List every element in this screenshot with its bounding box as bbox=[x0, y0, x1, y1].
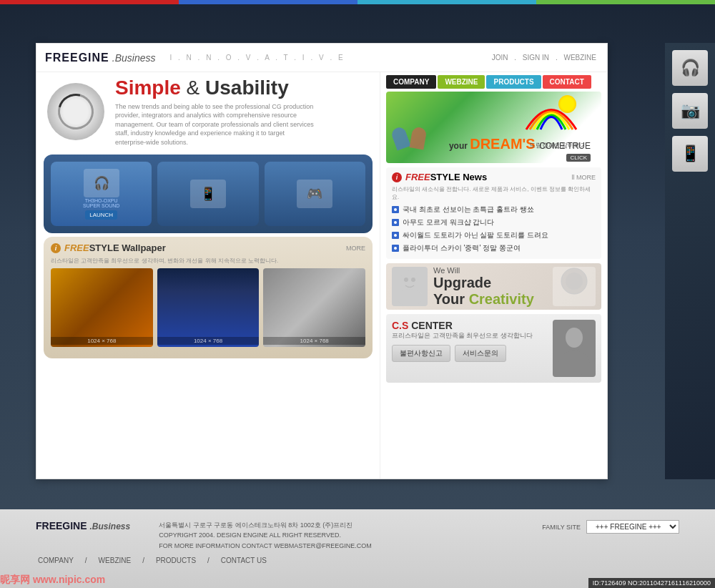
tab-company[interactable]: COMPANY bbox=[386, 75, 436, 89]
news-item-1[interactable]: 국내 최초로 선보이는 초특급 홀트라 쌩쑈 bbox=[392, 203, 596, 216]
person-svg bbox=[555, 322, 594, 376]
footer-address-line2: COPYRIGHT 2004. DESIGN ENGINE ALL RIGHT … bbox=[159, 530, 372, 540]
hero-title: Simple & Usability bbox=[115, 77, 315, 99]
logo-text: FREEGINE bbox=[45, 52, 109, 64]
footer-logo-italic: .Business bbox=[89, 521, 130, 531]
banner-click-button[interactable]: CLICK bbox=[566, 154, 591, 162]
wallpaper-more-link[interactable]: MORE bbox=[346, 245, 365, 252]
upgrade-main-text: Upgrade Your Creativity bbox=[433, 275, 547, 308]
footer-nav-products[interactable]: PRODUCTS bbox=[156, 557, 196, 564]
product-icon-2: 📱 bbox=[190, 180, 226, 208]
header-join-link[interactable]: JOIN bbox=[492, 54, 508, 62]
wp-size-3: 1024 × 768 bbox=[263, 337, 365, 345]
news-text-4: 플라이투더 스카이 '중력' 정말 쫑군여 bbox=[403, 243, 521, 253]
wp-size-1: 1024 × 768 bbox=[51, 337, 153, 345]
svg-point-1 bbox=[397, 289, 423, 305]
footer-nav: COMPANY / WEBZINE / PRODUCTS / CONTACT U… bbox=[36, 557, 679, 564]
footer-nav-sep2: / bbox=[142, 557, 144, 564]
banner-figures bbox=[393, 127, 425, 149]
left-column: Simple & Usability The new trends and be… bbox=[36, 72, 380, 479]
sidebar-icon-phone[interactable]: 📱 bbox=[672, 136, 708, 172]
news-item-3[interactable]: 싸이월드 도토리가 아닌 실팔 도토리를 드려요 bbox=[392, 229, 596, 242]
upgrade-svg bbox=[553, 267, 596, 306]
news-more-link[interactable]: ll MORE bbox=[572, 174, 596, 181]
wallpaper-image-3[interactable]: 1024 × 768 bbox=[263, 268, 365, 347]
top-bar-cyan bbox=[358, 0, 536, 4]
news-item-2[interactable]: 아무도 모르게 워크샵 갑니다 bbox=[392, 216, 596, 229]
footer-family-site: FAMILY SITE +++ FREEGINE +++ bbox=[542, 520, 679, 534]
site-header: FREEGINE .Business I . N . N . O . V . A… bbox=[36, 44, 607, 72]
news-text-2: 아무도 모르게 워크샵 갑니다 bbox=[403, 217, 494, 227]
figure-2 bbox=[410, 126, 428, 150]
wallpaper-image-2[interactable]: 1024 × 768 bbox=[157, 268, 260, 347]
product-icon-3: 🎮 bbox=[297, 180, 332, 208]
footer-address: 서울특별시 구로구 구로동 에이스테크노타워 8차 1002호 (주)프리진 C… bbox=[159, 520, 372, 551]
news-bullet-1 bbox=[392, 206, 399, 213]
wallpaper-icon: i bbox=[51, 243, 61, 253]
upgrade-section: We Will Upgrade Your Creativity bbox=[386, 263, 601, 310]
product-icon-1: 🎧 bbox=[84, 169, 119, 197]
wallpaper-image-1[interactable]: 1024 × 768 bbox=[51, 268, 153, 347]
news-bullet-4 bbox=[392, 245, 399, 252]
news-subtitle: 리스타일의 새소식을 전합니다. 새로운 제품과 서비스, 이벤트 정보를 확인… bbox=[392, 185, 596, 201]
footer-nav-company[interactable]: COMPANY bbox=[38, 557, 74, 564]
footer-address-line3: FOR MORE INFORMATION CONTACT WEBMASTER@F… bbox=[159, 541, 372, 551]
id-bar: ID:7126409 NO:20110427161116210000 bbox=[588, 578, 715, 588]
header-webzine-link[interactable]: WEBZINE bbox=[563, 54, 596, 62]
hero-section: Simple & Usability The new trends and be… bbox=[36, 72, 380, 151]
news-free: FREE bbox=[405, 172, 430, 182]
sidebar-icon-camera[interactable]: 📷 bbox=[672, 93, 708, 129]
content-area: Simple & Usability The new trends and be… bbox=[36, 72, 607, 479]
svg-point-5 bbox=[566, 273, 583, 290]
header-signin-link[interactable]: SIGN IN bbox=[523, 54, 549, 62]
right-column: COMPANY WEBZINE PRODUCTS CONTACT bbox=[380, 72, 607, 479]
upgrade-upgrade: Upgrade bbox=[433, 275, 491, 290]
footer-address-line1: 서울특별시 구로구 구로동 에이스테크노타워 8차 1002호 (주)프리진 bbox=[159, 520, 372, 530]
product-launch-label: LAUNCH bbox=[85, 210, 117, 220]
cs-text: C.S CENTER 프리스타일은 고객만족을 최우선으로 생각합니다 불편사항… bbox=[392, 320, 547, 362]
cs-service-button[interactable]: 서비스문의 bbox=[455, 345, 506, 362]
wallpaper-header: i FREESTYLE Wallpaper MORE bbox=[51, 242, 365, 253]
news-section: i FREESTYLE News ll MORE 리스타일의 새소식을 전합니다… bbox=[386, 167, 601, 259]
logo-italic: .Business bbox=[112, 52, 156, 64]
cs-buttons: 불편사항신고 서비스문의 bbox=[392, 345, 547, 362]
product-sublabel-1: TH3HO-OXPUSUPER SOUND bbox=[83, 198, 119, 208]
right-sidebar: 🎧 📷 📱 bbox=[665, 43, 715, 479]
hero-logo-circle bbox=[47, 83, 104, 140]
upgrade-face-image bbox=[392, 267, 428, 306]
news-bullet-3 bbox=[392, 232, 399, 239]
wallpaper-title: FREESTYLE Wallpaper bbox=[64, 242, 166, 253]
tab-contact[interactable]: CONTACT bbox=[543, 75, 591, 89]
footer-logo-text: FREEGINE bbox=[36, 520, 87, 531]
news-text-1: 국내 최초로 선보이는 초특급 홀트라 쌩쑈 bbox=[403, 205, 534, 215]
hero-text: Simple & Usability The new trends and be… bbox=[115, 77, 315, 147]
sidebar-icon-headphones[interactable]: 🎧 bbox=[672, 50, 708, 86]
svg-point-3 bbox=[411, 278, 415, 282]
news-items-list: 국내 최초로 선보이는 초특급 홀트라 쌩쑈 아무도 모르게 워크샵 갑니다 싸… bbox=[392, 203, 596, 255]
footer: FREEGINE .Business 서울특별시 구로구 구로동 에이스테크노타… bbox=[0, 509, 715, 588]
footer-family-select[interactable]: +++ FREEGINE +++ bbox=[586, 520, 679, 534]
news-item-4[interactable]: 플라이투더 스카이 '중력' 정말 쫑군여 bbox=[392, 242, 596, 255]
upgrade-we-will: We Will bbox=[433, 266, 547, 275]
banner-subtitle: 드림캠페인참아하기 bbox=[529, 141, 587, 150]
main-container: FREEGINE .Business I . N . N . O . V . A… bbox=[36, 43, 608, 479]
header-separator: . bbox=[514, 54, 518, 62]
footer-nav-sep1: / bbox=[85, 557, 87, 564]
footer-logo: FREEGINE .Business bbox=[36, 520, 130, 531]
tab-products[interactable]: PRODUCTS bbox=[486, 75, 541, 89]
news-bullet-2 bbox=[392, 219, 399, 226]
tab-webzine[interactable]: WEBZINE bbox=[438, 75, 485, 89]
hero-description: The new trends and being able to see the… bbox=[115, 102, 315, 147]
footer-nav-contact[interactable]: CONTACT US bbox=[221, 557, 267, 564]
product-item-1[interactable]: 🎧 TH3HO-OXPUSUPER SOUND LAUNCH bbox=[51, 162, 152, 226]
product-item-2[interactable]: 📱 bbox=[157, 162, 258, 226]
news-style: STYLE News bbox=[430, 172, 487, 182]
product-item-3[interactable]: 🎮 bbox=[265, 162, 365, 226]
hero-logo-inner bbox=[51, 87, 100, 136]
top-bar-red bbox=[0, 0, 179, 4]
wallpaper-section: i FREESTYLE Wallpaper MORE 리스타일은 고객만족을 최… bbox=[44, 237, 373, 358]
cs-complaint-button[interactable]: 불편사항신고 bbox=[392, 345, 450, 362]
footer-nav-webzine[interactable]: WEBZINE bbox=[99, 557, 132, 564]
banner-your: your bbox=[449, 141, 470, 151]
news-icon: i bbox=[392, 172, 402, 182]
